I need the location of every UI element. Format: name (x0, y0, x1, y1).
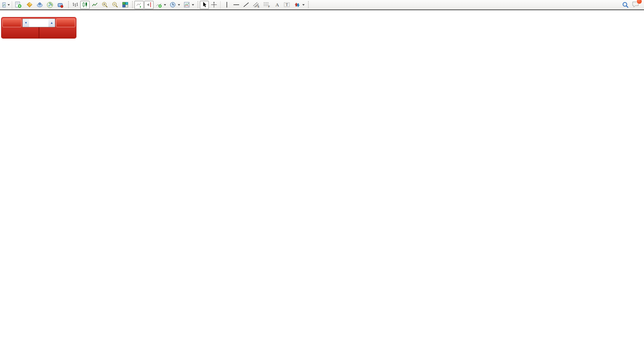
volume-input[interactable] (29, 20, 48, 26)
bar-chart-mode-button[interactable] (70, 1, 80, 9)
periods-button[interactable] (168, 1, 182, 9)
chevron-down-icon (8, 4, 10, 6)
arrows-button[interactable] (292, 1, 306, 9)
new-order-icon (15, 2, 22, 8)
cursor-icon (202, 2, 207, 8)
signals-button[interactable] (45, 1, 55, 9)
zoom-in-icon (101, 2, 108, 8)
sell-button[interactable] (2, 19, 22, 27)
profile-cloud-icon (36, 2, 43, 8)
notification-badge (636, 0, 642, 4)
toolbar: E F A T (0, 0, 644, 10)
trendline-icon (243, 2, 249, 8)
template-icon (184, 2, 190, 8)
new-chart-button[interactable] (1, 1, 10, 9)
market-button[interactable] (25, 1, 34, 9)
fibonacci-button[interactable]: F (262, 1, 272, 9)
vertical-line-icon (224, 2, 229, 8)
cursor-button[interactable] (200, 1, 209, 9)
search-icon[interactable] (622, 2, 629, 8)
one-click-trading-panel: ▼ ▲ (2, 17, 76, 38)
tile-windows-button[interactable] (120, 1, 130, 9)
chart-shift-button[interactable] (144, 1, 154, 9)
volume-decrease-button[interactable]: ▼ (23, 19, 29, 27)
chevron-down-icon (164, 4, 166, 6)
line-chart-icon (92, 2, 98, 8)
volume-increase-button[interactable]: ▲ (48, 19, 55, 27)
svg-text:A: A (275, 2, 279, 8)
arrow-objects-icon (294, 2, 300, 8)
line-chart-mode-button[interactable] (90, 1, 100, 9)
channel-icon: E (253, 2, 260, 8)
svg-text:F: F (268, 5, 270, 8)
text-label-icon: T (283, 2, 291, 8)
templates-button[interactable] (182, 1, 196, 9)
zoom-in-button[interactable] (100, 1, 110, 9)
candles-icon (82, 2, 88, 8)
bars-icon (72, 2, 78, 8)
chart-shift-icon (146, 2, 152, 8)
buy-button[interactable] (56, 19, 75, 27)
chevron-down-icon (192, 4, 194, 6)
chart-area[interactable] (0, 0, 644, 357)
fibonacci-icon: F (263, 2, 271, 8)
crosshair-button[interactable] (209, 1, 219, 9)
crosshair-icon (211, 2, 217, 8)
equidistant-channel-button[interactable]: E (251, 1, 261, 9)
autotrading-button[interactable] (55, 1, 66, 9)
auto-scroll-icon (136, 2, 142, 8)
horizontal-line-button[interactable] (232, 1, 241, 9)
autotrading-icon (57, 2, 64, 8)
indicators-button[interactable] (154, 1, 168, 9)
horizontal-line-icon (233, 2, 240, 8)
zoom-out-icon (112, 2, 118, 8)
text-icon: A (274, 2, 280, 8)
signal-icon (47, 2, 53, 8)
buy-price[interactable] (39, 27, 76, 38)
gold-diamond-icon (26, 2, 33, 8)
indicators-icon (156, 2, 162, 8)
vertical-line-button[interactable] (222, 1, 231, 9)
clock-icon (170, 2, 176, 8)
chart-partial-icon (1, 2, 6, 8)
candlestick-mode-button[interactable] (80, 1, 90, 9)
zoom-out-button[interactable] (110, 1, 120, 9)
text-label-button[interactable]: T (282, 1, 292, 9)
volume-stepper: ▼ ▲ (22, 19, 55, 27)
new-order-button[interactable] (14, 1, 24, 9)
sell-price[interactable] (2, 27, 39, 38)
notifications-button[interactable] (632, 1, 639, 9)
svg-text:E: E (258, 5, 260, 8)
chevron-down-icon (178, 4, 180, 6)
trendline-button[interactable] (241, 1, 251, 9)
chevron-down-icon (302, 4, 305, 6)
text-button[interactable]: A (272, 1, 282, 9)
svg-text:T: T (286, 3, 288, 7)
auto-scroll-button[interactable] (134, 1, 144, 9)
tile-windows-icon (122, 2, 129, 8)
community-button[interactable] (35, 1, 45, 9)
